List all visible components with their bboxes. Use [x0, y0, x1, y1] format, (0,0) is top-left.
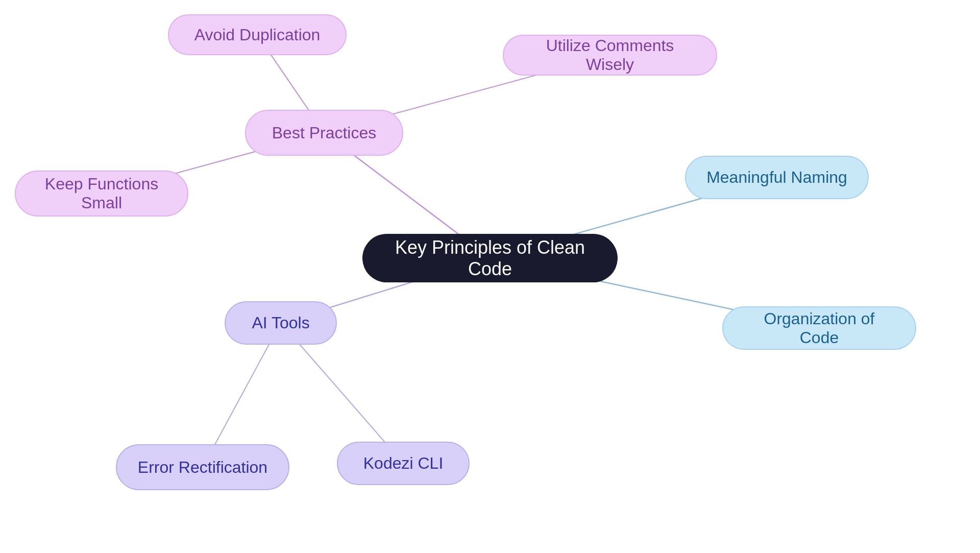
- error-rectification-node[interactable]: Error Rectification: [116, 444, 289, 490]
- kodezi-node[interactable]: Kodezi CLI: [337, 442, 470, 485]
- center-label: Key Principles of Clean Code: [383, 237, 597, 280]
- avoid-duplication-node[interactable]: Avoid Duplication: [168, 14, 347, 55]
- center-node[interactable]: Key Principles of Clean Code: [362, 234, 618, 282]
- best-practices-node[interactable]: Best Practices: [245, 110, 403, 156]
- ai-tools-label: AI Tools: [252, 314, 309, 332]
- utilize-comments-node[interactable]: Utilize Comments Wisely: [503, 35, 717, 76]
- meaningful-naming-label: Meaningful Naming: [706, 168, 847, 187]
- keep-functions-label: Keep Functions Small: [36, 175, 167, 212]
- meaningful-naming-node[interactable]: Meaningful Naming: [685, 156, 869, 199]
- organization-label: Organization of Code: [744, 309, 895, 347]
- best-practices-label: Best Practices: [272, 124, 377, 142]
- ai-tools-node[interactable]: AI Tools: [225, 301, 337, 345]
- keep-functions-node[interactable]: Keep Functions Small: [15, 171, 188, 217]
- avoid-duplication-label: Avoid Duplication: [194, 26, 321, 44]
- error-rectification-label: Error Rectification: [138, 458, 267, 477]
- utilize-comments-label: Utilize Comments Wisely: [524, 36, 696, 74]
- organization-node[interactable]: Organization of Code: [722, 306, 916, 350]
- kodezi-label: Kodezi CLI: [363, 454, 444, 473]
